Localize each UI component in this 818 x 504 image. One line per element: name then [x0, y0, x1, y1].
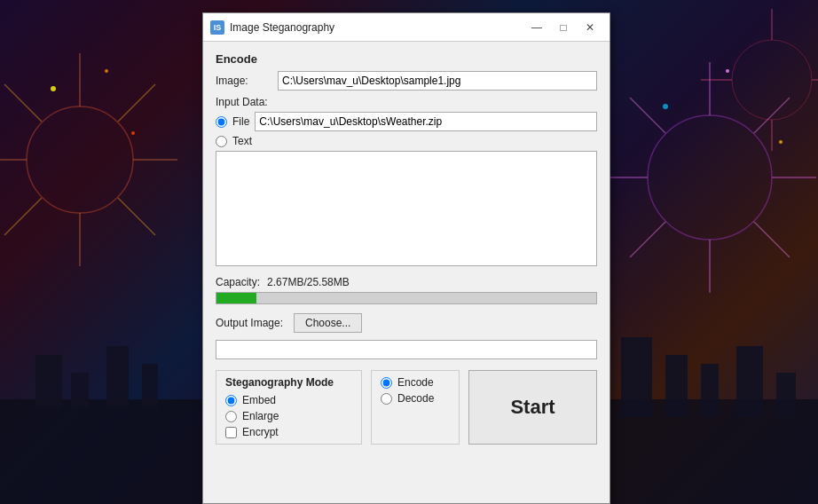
steg-mode-title: Steganography Mode [225, 376, 352, 389]
decode-radio[interactable] [381, 393, 392, 405]
enlarge-radio[interactable] [225, 411, 237, 422]
embed-radio-label[interactable]: Embed [242, 394, 276, 406]
output-image-label: Output Image: [216, 317, 287, 329]
output-image-row: Output Image: Choose... [216, 313, 597, 333]
svg-point-37 [726, 69, 729, 73]
capacity-row: Capacity: 2.67MB/25.58MB [216, 276, 597, 288]
choose-button[interactable]: Choose... [294, 313, 362, 333]
file-radio-row: File [216, 112, 597, 131]
svg-line-5 [4, 84, 42, 122]
svg-point-34 [105, 69, 108, 73]
svg-point-9 [648, 115, 772, 240]
svg-line-6 [118, 84, 155, 122]
encode-section-label: Encode [216, 52, 597, 66]
encrypt-label[interactable]: Encrypt [242, 426, 279, 438]
capacity-progress-bar [216, 292, 597, 304]
file-radio-label[interactable]: File [232, 115, 249, 128]
svg-rect-26 [106, 346, 129, 408]
window-controls: — □ ✕ [524, 19, 602, 36]
capacity-progress-fill [216, 293, 256, 303]
svg-point-35 [131, 131, 135, 135]
image-field-row: Image: [216, 71, 597, 91]
close-button[interactable]: ✕ [578, 19, 602, 36]
svg-rect-24 [35, 355, 62, 408]
maximize-button[interactable]: □ [551, 19, 576, 36]
encode-radio-label[interactable]: Encode [397, 376, 434, 389]
start-button[interactable]: Start [468, 370, 597, 445]
enlarge-radio-label[interactable]: Enlarge [242, 410, 279, 422]
file-path-input[interactable] [255, 112, 597, 131]
svg-line-17 [754, 222, 790, 257]
image-input[interactable] [278, 71, 597, 91]
svg-rect-30 [701, 364, 719, 417]
svg-point-38 [779, 140, 783, 144]
app-icon: IS [210, 20, 224, 35]
enlarge-radio-row: Enlarge [225, 410, 352, 422]
steganography-mode-box: Steganography Mode Embed Enlarge Encrypt [216, 370, 362, 445]
svg-rect-29 [665, 355, 688, 417]
output-path-input[interactable] [216, 340, 597, 359]
text-radio-row: Text [216, 135, 597, 147]
svg-rect-25 [71, 373, 89, 408]
minimize-button[interactable]: — [524, 19, 549, 36]
main-window: IS Image Steganography — □ ✕ Encode Imag… [202, 12, 610, 504]
window-content: Encode Image: Input Data: File Text Capa… [203, 42, 610, 455]
svg-point-36 [663, 104, 668, 109]
text-radio-label[interactable]: Text [232, 135, 252, 147]
capacity-label: Capacity: [216, 276, 260, 288]
encrypt-checkbox-row: Encrypt [225, 426, 352, 438]
svg-line-14 [630, 98, 665, 133]
input-data-label: Input Data: [216, 96, 597, 108]
decode-radio-row: Decode [381, 392, 450, 405]
svg-rect-32 [776, 373, 796, 417]
svg-rect-27 [142, 364, 158, 408]
embed-radio[interactable] [225, 395, 237, 406]
text-radio[interactable] [216, 136, 227, 147]
svg-rect-31 [736, 346, 763, 417]
decode-radio-label[interactable]: Decode [397, 392, 434, 405]
file-radio[interactable] [216, 116, 227, 128]
titlebar: IS Image Steganography — □ ✕ [203, 13, 610, 42]
image-label: Image: [216, 75, 278, 87]
svg-point-0 [27, 106, 133, 213]
window-title: Image Steganography [230, 21, 524, 34]
svg-line-16 [630, 222, 665, 257]
svg-point-33 [51, 86, 56, 91]
encode-decode-box: Encode Decode [371, 370, 460, 445]
text-input-area[interactable] [216, 151, 597, 266]
svg-line-8 [118, 198, 155, 235]
svg-rect-28 [621, 337, 652, 417]
encode-radio[interactable] [381, 377, 392, 389]
svg-line-7 [4, 198, 42, 235]
encrypt-checkbox[interactable] [225, 427, 237, 438]
svg-point-18 [732, 40, 812, 120]
capacity-value: 2.67MB/25.58MB [267, 276, 350, 288]
bottom-section: Steganography Mode Embed Enlarge Encrypt [216, 370, 597, 445]
encode-radio-row: Encode [381, 376, 450, 389]
embed-radio-row: Embed [225, 394, 352, 406]
